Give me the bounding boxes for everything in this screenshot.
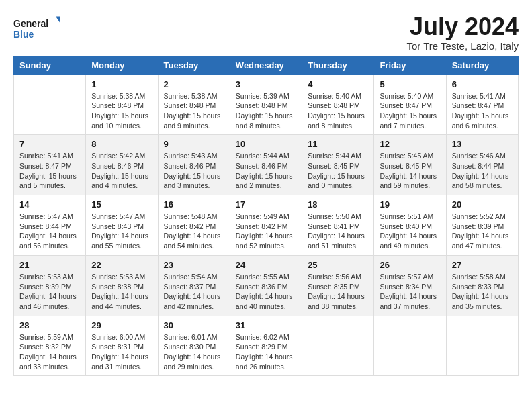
calendar-cell: 11Sunrise: 5:44 AMSunset: 8:45 PMDayligh… — [302, 135, 374, 195]
calendar-cell: 18Sunrise: 5:50 AMSunset: 8:41 PMDayligh… — [302, 195, 374, 256]
day-number: 8 — [91, 139, 152, 149]
calendar-week-row: 1Sunrise: 5:38 AMSunset: 8:48 PMDaylight… — [14, 75, 519, 135]
day-info: Sunrise: 5:42 AMSunset: 8:46 PMDaylight:… — [91, 151, 152, 191]
day-number: 31 — [236, 320, 296, 330]
logo: General Blue — [13, 13, 60, 44]
day-info: Sunrise: 5:53 AMSunset: 8:38 PMDaylight:… — [91, 272, 152, 312]
day-number: 4 — [308, 79, 368, 89]
day-number: 23 — [164, 260, 224, 270]
weekday-header: Thursday — [302, 56, 374, 75]
day-info: Sunrise: 5:43 AMSunset: 8:46 PMDaylight:… — [164, 151, 224, 191]
weekday-header: Sunday — [14, 56, 86, 75]
day-info: Sunrise: 6:00 AMSunset: 8:31 PMDaylight:… — [91, 332, 152, 372]
day-number: 7 — [19, 139, 80, 149]
day-info: Sunrise: 5:46 AMSunset: 8:44 PMDaylight:… — [452, 151, 513, 191]
calendar-cell: 26Sunrise: 5:57 AMSunset: 8:34 PMDayligh… — [374, 255, 446, 316]
day-number: 27 — [452, 260, 513, 270]
svg-text:General: General — [13, 18, 48, 29]
day-info: Sunrise: 5:39 AMSunset: 8:48 PMDaylight:… — [236, 91, 296, 131]
calendar-cell: 4Sunrise: 5:40 AMSunset: 8:48 PMDaylight… — [302, 75, 374, 135]
calendar-cell: 3Sunrise: 5:39 AMSunset: 8:48 PMDaylight… — [230, 75, 302, 135]
day-number: 30 — [164, 320, 224, 330]
day-info: Sunrise: 6:02 AMSunset: 8:29 PMDaylight:… — [236, 332, 296, 372]
day-number: 6 — [452, 79, 513, 89]
day-info: Sunrise: 5:51 AMSunset: 8:40 PMDaylight:… — [380, 212, 440, 251]
title-area: July 2024 Tor Tre Teste, Lazio, Italy — [407, 13, 519, 52]
day-number: 18 — [308, 199, 368, 210]
calendar-cell — [302, 316, 374, 376]
calendar-cell: 30Sunrise: 6:01 AMSunset: 8:30 PMDayligh… — [158, 316, 230, 376]
weekday-header-row: SundayMondayTuesdayWednesdayThursdayFrid… — [14, 56, 519, 75]
day-number: 25 — [308, 260, 368, 270]
day-info: Sunrise: 5:57 AMSunset: 8:34 PMDaylight:… — [380, 272, 440, 312]
calendar-cell: 24Sunrise: 5:55 AMSunset: 8:36 PMDayligh… — [230, 255, 302, 316]
day-number: 3 — [236, 79, 296, 89]
day-info: Sunrise: 5:55 AMSunset: 8:36 PMDaylight:… — [236, 272, 296, 312]
day-info: Sunrise: 5:47 AMSunset: 8:44 PMDaylight:… — [19, 212, 80, 251]
weekday-header: Saturday — [446, 56, 518, 75]
calendar-cell — [374, 316, 446, 376]
day-number: 13 — [452, 139, 513, 149]
day-info: Sunrise: 5:49 AMSunset: 8:42 PMDaylight:… — [236, 212, 296, 251]
calendar-cell: 9Sunrise: 5:43 AMSunset: 8:46 PMDaylight… — [158, 135, 230, 195]
day-number: 20 — [452, 199, 513, 210]
logo-svg: General Blue — [13, 13, 60, 44]
day-number: 11 — [308, 139, 368, 149]
calendar-cell — [446, 316, 518, 376]
day-number: 2 — [164, 79, 224, 89]
day-info: Sunrise: 5:44 AMSunset: 8:46 PMDaylight:… — [236, 151, 296, 191]
calendar-cell: 21Sunrise: 5:53 AMSunset: 8:39 PMDayligh… — [14, 255, 86, 316]
calendar-cell: 31Sunrise: 6:02 AMSunset: 8:29 PMDayligh… — [230, 316, 302, 376]
weekday-header: Tuesday — [158, 56, 230, 75]
calendar-cell: 1Sunrise: 5:38 AMSunset: 8:48 PMDaylight… — [86, 75, 158, 135]
calendar-cell: 10Sunrise: 5:44 AMSunset: 8:46 PMDayligh… — [230, 135, 302, 195]
day-info: Sunrise: 5:59 AMSunset: 8:32 PMDaylight:… — [19, 332, 80, 372]
svg-text:Blue: Blue — [13, 29, 34, 40]
calendar-week-row: 7Sunrise: 5:41 AMSunset: 8:47 PMDaylight… — [14, 135, 519, 195]
calendar-cell: 14Sunrise: 5:47 AMSunset: 8:44 PMDayligh… — [14, 195, 86, 256]
day-number: 14 — [19, 199, 80, 210]
calendar-cell: 27Sunrise: 5:58 AMSunset: 8:33 PMDayligh… — [446, 255, 518, 316]
day-number: 1 — [91, 79, 152, 89]
calendar-cell: 17Sunrise: 5:49 AMSunset: 8:42 PMDayligh… — [230, 195, 302, 256]
day-info: Sunrise: 5:58 AMSunset: 8:33 PMDaylight:… — [452, 272, 513, 312]
svg-marker-2 — [56, 17, 60, 24]
day-number: 9 — [164, 139, 224, 149]
day-number: 17 — [236, 199, 296, 210]
day-info: Sunrise: 5:40 AMSunset: 8:47 PMDaylight:… — [380, 91, 440, 131]
day-info: Sunrise: 5:41 AMSunset: 8:47 PMDaylight:… — [19, 151, 80, 191]
calendar-cell: 23Sunrise: 5:54 AMSunset: 8:37 PMDayligh… — [158, 255, 230, 316]
calendar-cell: 15Sunrise: 5:47 AMSunset: 8:43 PMDayligh… — [86, 195, 158, 256]
location: Tor Tre Teste, Lazio, Italy — [407, 40, 519, 52]
calendar-cell: 19Sunrise: 5:51 AMSunset: 8:40 PMDayligh… — [374, 195, 446, 256]
day-number: 21 — [19, 260, 80, 270]
day-info: Sunrise: 5:45 AMSunset: 8:45 PMDaylight:… — [380, 151, 440, 191]
calendar-cell: 25Sunrise: 5:56 AMSunset: 8:35 PMDayligh… — [302, 255, 374, 316]
day-number: 26 — [380, 260, 440, 270]
calendar-cell: 2Sunrise: 5:38 AMSunset: 8:48 PMDaylight… — [158, 75, 230, 135]
day-info: Sunrise: 5:54 AMSunset: 8:37 PMDaylight:… — [164, 272, 224, 312]
month-title: July 2024 — [407, 13, 519, 40]
page-header: General Blue July 2024 Tor Tre Teste, La… — [13, 13, 519, 52]
day-number: 10 — [236, 139, 296, 149]
day-info: Sunrise: 5:41 AMSunset: 8:47 PMDaylight:… — [452, 91, 513, 131]
calendar-cell: 5Sunrise: 5:40 AMSunset: 8:47 PMDaylight… — [374, 75, 446, 135]
day-number: 5 — [380, 79, 440, 89]
calendar-cell: 6Sunrise: 5:41 AMSunset: 8:47 PMDaylight… — [446, 75, 518, 135]
weekday-header: Wednesday — [230, 56, 302, 75]
calendar-table: SundayMondayTuesdayWednesdayThursdayFrid… — [13, 56, 519, 377]
calendar-cell: 13Sunrise: 5:46 AMSunset: 8:44 PMDayligh… — [446, 135, 518, 195]
calendar-week-row: 28Sunrise: 5:59 AMSunset: 8:32 PMDayligh… — [14, 316, 519, 376]
calendar-cell — [14, 75, 86, 135]
day-info: Sunrise: 5:53 AMSunset: 8:39 PMDaylight:… — [19, 272, 80, 312]
day-info: Sunrise: 5:50 AMSunset: 8:41 PMDaylight:… — [308, 212, 368, 251]
day-number: 19 — [380, 199, 440, 210]
day-number: 28 — [19, 320, 80, 330]
day-number: 22 — [91, 260, 152, 270]
day-number: 24 — [236, 260, 296, 270]
calendar-week-row: 14Sunrise: 5:47 AMSunset: 8:44 PMDayligh… — [14, 195, 519, 256]
calendar-cell: 16Sunrise: 5:48 AMSunset: 8:42 PMDayligh… — [158, 195, 230, 256]
calendar-cell: 12Sunrise: 5:45 AMSunset: 8:45 PMDayligh… — [374, 135, 446, 195]
day-number: 15 — [91, 199, 152, 210]
day-info: Sunrise: 6:01 AMSunset: 8:30 PMDaylight:… — [164, 332, 224, 372]
